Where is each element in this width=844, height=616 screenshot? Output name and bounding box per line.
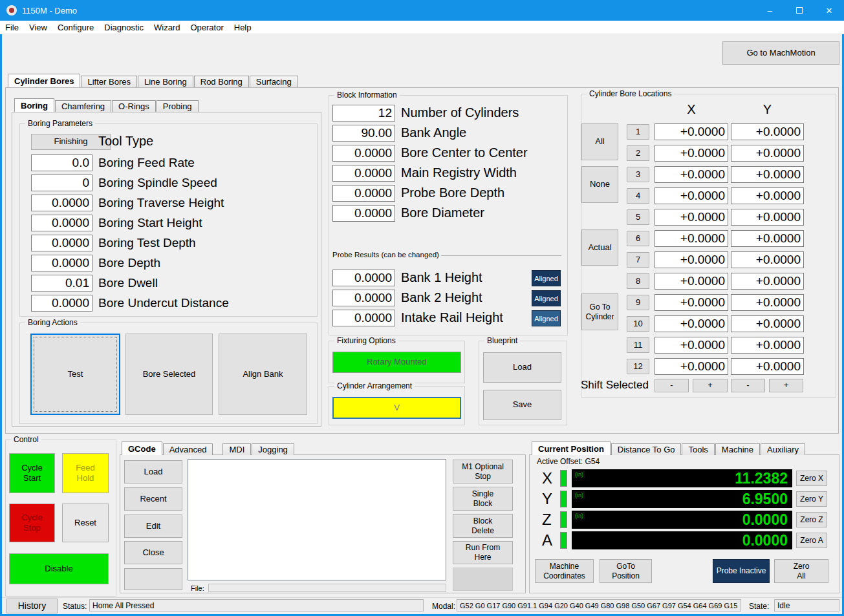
bore-8-x-field[interactable] xyxy=(655,273,728,290)
tab-current-position[interactable]: Current Position xyxy=(532,441,611,455)
boring-test-depth-field[interactable] xyxy=(31,235,92,251)
gcode-close-button[interactable]: Close xyxy=(124,541,182,564)
tab-gcode[interactable]: GCode xyxy=(122,441,162,455)
gcode-right-blank-button[interactable] xyxy=(453,568,513,591)
tab-lifter-bores[interactable]: Lifter Bores xyxy=(81,76,136,87)
tab-cylinder-bores[interactable]: Cylinder Bores xyxy=(8,74,80,87)
shift-x-plus-button[interactable]: + xyxy=(693,379,728,392)
bore-3-y-field[interactable] xyxy=(731,166,804,183)
probe-bore-depth-field[interactable] xyxy=(332,185,395,202)
cycle-stop-button[interactable]: Cycle Stop xyxy=(9,504,55,542)
bank2-height-field[interactable] xyxy=(332,290,395,306)
boring-feed-rate-field[interactable] xyxy=(31,154,92,171)
menu-wizard[interactable]: Wizard xyxy=(149,23,185,32)
bore-row-7-button[interactable]: 7 xyxy=(627,252,649,268)
disable-button[interactable]: Disable xyxy=(9,553,109,584)
tab-probing[interactable]: Probing xyxy=(157,100,199,112)
reset-button[interactable]: Reset xyxy=(62,504,109,542)
number-of-cylinders-field[interactable] xyxy=(332,105,395,122)
bore-1-y-field[interactable] xyxy=(731,123,804,140)
bore-row-10-button[interactable]: 10 xyxy=(627,316,649,332)
zero-y-button[interactable]: Zero Y xyxy=(796,491,827,507)
tab-auxiliary[interactable]: Auxiliary xyxy=(761,443,805,455)
bore-row-1-button[interactable]: 1 xyxy=(627,124,649,140)
bore-selected-button[interactable]: Bore Selected xyxy=(125,334,213,415)
tab-surfacing[interactable]: Surfacing xyxy=(250,76,298,87)
block-delete-button[interactable]: Block Delete xyxy=(453,514,513,538)
gcode-listing[interactable] xyxy=(188,459,446,580)
cycle-start-button[interactable]: Cycle Start xyxy=(9,453,55,493)
tab-line-boring[interactable]: Line Boring xyxy=(138,76,193,87)
shift-x-minus-button[interactable]: - xyxy=(655,379,689,392)
actual-button[interactable]: Actual xyxy=(581,229,618,266)
bore-9-y-field[interactable] xyxy=(731,294,804,311)
m1-optional-stop-button[interactable]: M1 Optional Stop xyxy=(453,460,513,483)
bore-row-8-button[interactable]: 8 xyxy=(627,273,649,289)
tab-machine[interactable]: Machine xyxy=(715,443,760,455)
shift-y-minus-button[interactable]: - xyxy=(731,379,765,392)
shift-y-plus-button[interactable]: + xyxy=(769,379,803,392)
align-bank-button[interactable]: Align Bank xyxy=(219,334,307,415)
tab-o-rings[interactable]: O-Rings xyxy=(112,100,156,112)
bore-4-y-field[interactable] xyxy=(731,187,804,204)
bore-6-y-field[interactable] xyxy=(731,230,804,247)
boring-traverse-height-field[interactable] xyxy=(31,195,92,211)
bore-10-y-field[interactable] xyxy=(731,315,804,332)
bore-8-y-field[interactable] xyxy=(731,273,804,290)
tab-advanced[interactable]: Advanced xyxy=(163,443,213,455)
goto-machmotion-button[interactable]: Go to MachMotion xyxy=(722,41,839,65)
bore-row-5-button[interactable]: 5 xyxy=(627,209,649,225)
feed-hold-button[interactable]: Feed Hold xyxy=(62,453,109,493)
bore-row-6-button[interactable]: 6 xyxy=(627,231,649,246)
bore-10-x-field[interactable] xyxy=(655,315,728,332)
intake-rail-aligned-button[interactable]: Aligned xyxy=(532,310,561,326)
bore-3-x-field[interactable] xyxy=(655,166,728,183)
cylinder-arrangement-button[interactable]: V xyxy=(332,397,461,419)
main-registry-width-field[interactable] xyxy=(332,165,395,182)
goto-position-button[interactable]: GoTo Position xyxy=(600,559,652,583)
bore-row-11-button[interactable]: 11 xyxy=(627,337,649,353)
run-from-here-button[interactable]: Run From Here xyxy=(453,541,513,564)
boring-spindle-speed-field[interactable] xyxy=(31,175,92,191)
tab-rod-boring[interactable]: Rod Boring xyxy=(194,76,249,87)
zero-a-button[interactable]: Zero A xyxy=(796,533,827,548)
single-block-button[interactable]: Single Block xyxy=(453,487,513,511)
tab-tools[interactable]: Tools xyxy=(682,443,714,455)
gcode-edit-button[interactable]: Edit xyxy=(124,515,182,538)
history-button[interactable]: History xyxy=(6,599,58,613)
tab-distance-to-go[interactable]: Distance To Go xyxy=(611,443,682,455)
bore-6-x-field[interactable] xyxy=(655,230,728,247)
bore-9-x-field[interactable] xyxy=(655,294,728,311)
bank1-height-field[interactable] xyxy=(332,270,395,286)
bore-12-x-field[interactable] xyxy=(655,358,728,375)
bore-row-9-button[interactable]: 9 xyxy=(627,295,649,310)
bore-2-y-field[interactable] xyxy=(731,145,804,162)
tab-mdi[interactable]: MDI xyxy=(222,443,251,455)
gcode-recent-button[interactable]: Recent xyxy=(124,487,182,511)
bore-undercut-distance-field[interactable] xyxy=(31,295,92,312)
select-all-button[interactable]: All xyxy=(581,123,618,160)
zero-x-button[interactable]: Zero X xyxy=(796,471,827,486)
bore-7-y-field[interactable] xyxy=(731,251,804,268)
goto-cylinder-button[interactable]: Go To Cylinder xyxy=(581,293,618,330)
menu-diagnostic[interactable]: Diagnostic xyxy=(99,23,149,32)
bore-depth-field[interactable] xyxy=(31,255,92,271)
gcode-blank-button[interactable] xyxy=(124,568,182,590)
bore-5-x-field[interactable] xyxy=(655,209,728,226)
boring-start-height-field[interactable] xyxy=(31,215,92,231)
bore-dwell-field[interactable] xyxy=(31,275,92,292)
bore-row-2-button[interactable]: 2 xyxy=(627,145,649,161)
minimize-button[interactable]: – xyxy=(755,0,784,21)
menu-configure[interactable]: Configure xyxy=(52,23,99,32)
menu-view[interactable]: View xyxy=(24,23,52,32)
intake-rail-height-field[interactable] xyxy=(332,310,395,326)
menu-file[interactable]: File xyxy=(0,23,24,32)
bank2-aligned-button[interactable]: Aligned xyxy=(532,290,561,306)
bore-center-to-center-field[interactable] xyxy=(332,145,395,162)
bore-2-x-field[interactable] xyxy=(655,145,728,162)
bank-angle-field[interactable] xyxy=(332,125,395,142)
zero-z-button[interactable]: Zero Z xyxy=(796,512,827,527)
bore-row-4-button[interactable]: 4 xyxy=(627,188,649,204)
menu-operator[interactable]: Operator xyxy=(185,23,228,32)
bank1-aligned-button[interactable]: Aligned xyxy=(532,270,561,286)
